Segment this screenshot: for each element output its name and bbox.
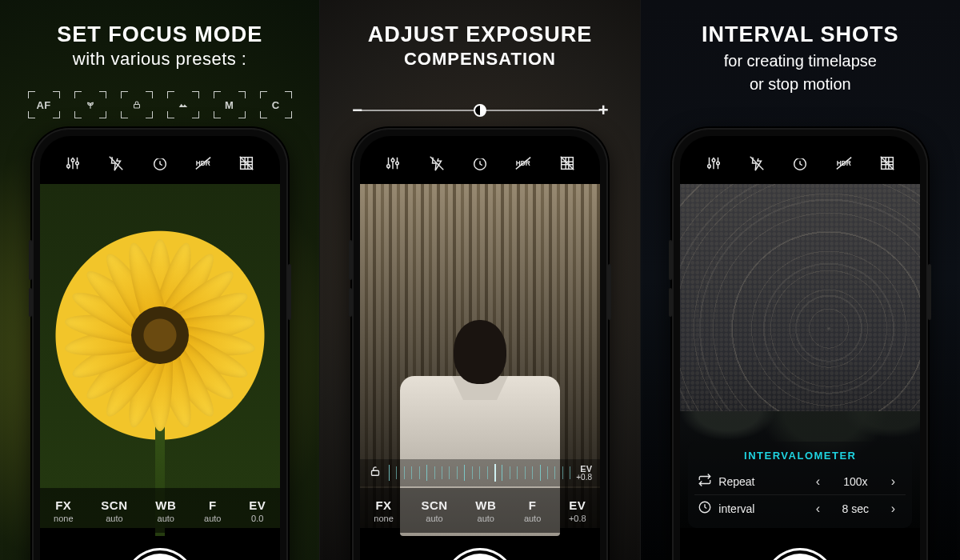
grid-off-icon[interactable] (234, 150, 259, 176)
param-f[interactable]: Fauto (524, 498, 541, 523)
param-fx[interactable]: FXnone (54, 498, 73, 523)
viewfinder[interactable] (40, 184, 280, 528)
chevron-left-icon[interactable]: ‹ (808, 474, 827, 489)
phone-screen: HDR FXnone SCNauto WBauto Fauto EV0.0 (40, 136, 280, 560)
ev-strip[interactable]: EV +0.8 (360, 459, 600, 486)
row-label: interval (718, 502, 754, 515)
param-ev[interactable]: EV+0.8 (569, 498, 586, 523)
svg-rect-0 (134, 104, 139, 108)
viewfinder-scene-flower (40, 184, 280, 528)
focus-preset-macro-icon[interactable] (76, 93, 105, 117)
panel-heading: INTERVAL SHOTS for creating timelapse or… (641, 22, 960, 94)
shutter-bar: 0 (40, 536, 280, 560)
subhead-line1: for creating timelapse (641, 52, 960, 70)
intervalometer-row-interval: interval ‹ 8 sec › (694, 494, 906, 522)
panel-heading: ADJUST EXPOSURE COMPENSATION (320, 22, 639, 70)
param-f[interactable]: Fauto (204, 498, 221, 523)
phone-notch (424, 136, 536, 158)
repeat-icon (698, 473, 712, 490)
grid-off-icon[interactable] (874, 150, 900, 176)
ev-label: EV +0.8 (576, 465, 592, 482)
shutter-bar: 0 (680, 536, 920, 560)
panel-heading: SET FOCUS MODE with various presets : (0, 22, 319, 70)
focus-preset-row: AF M C (0, 93, 319, 117)
camera-params-row: FXnone SCNauto WBauto Fauto EV+0.8 (360, 488, 600, 533)
shutter-button[interactable] (450, 554, 510, 560)
shutter-button[interactable] (130, 554, 190, 560)
phone-frame: HDR INTERVALOMETER Repeat ‹ (672, 128, 928, 560)
headline: SET FOCUS MODE (0, 22, 319, 47)
sliders-icon[interactable] (380, 150, 406, 176)
focus-preset-af-icon[interactable]: AF (30, 93, 58, 117)
phone-notch (104, 136, 216, 158)
intervalometer-panel: INTERVALOMETER Repeat ‹ 100x › int (688, 442, 912, 528)
unlock-icon[interactable] (368, 464, 382, 482)
grid-off-icon[interactable] (554, 150, 580, 176)
exposure-slider[interactable]: − + (352, 102, 607, 118)
chevron-left-icon[interactable]: ‹ (808, 502, 827, 516)
sliders-icon[interactable] (701, 150, 726, 176)
camera-params-row: FXnone SCNauto WBauto Fauto EV0.0 (40, 488, 280, 533)
subhead: with various presets : (0, 49, 319, 70)
row-value: 8 sec (827, 502, 883, 515)
ev-tick-scale[interactable] (389, 464, 570, 482)
intervalometer-title: INTERVALOMETER (694, 450, 906, 462)
row-value: 100x (827, 475, 883, 488)
focus-preset-manual-icon[interactable]: M (215, 93, 244, 117)
chevron-right-icon[interactable]: › (883, 502, 902, 516)
chevron-right-icon[interactable]: › (883, 474, 902, 489)
shutter-bar: 0 (360, 536, 600, 560)
subhead-line2: or stop motion (641, 75, 960, 94)
headline: INTERVAL SHOTS (641, 22, 960, 47)
clock-icon (698, 500, 712, 517)
phone-screen: HDR INTERVALOMETER Repeat ‹ (680, 136, 920, 560)
feature-panel-focus: SET FOCUS MODE with various presets : AF… (0, 0, 319, 560)
phone-frame: HDR EV (352, 128, 608, 560)
intervalometer-row-repeat: Repeat ‹ 100x › (694, 468, 906, 494)
headline: ADJUST EXPOSURE (320, 22, 639, 47)
phone-frame: HDR FXnone SCNauto WBauto Fauto EV0.0 (32, 128, 288, 560)
focus-preset-lock-icon[interactable] (122, 93, 151, 117)
svg-rect-9 (371, 470, 378, 475)
row-label: Repeat (718, 475, 754, 488)
focus-preset-continuous-icon[interactable]: C (262, 93, 290, 117)
shutter-button[interactable] (770, 554, 830, 560)
subhead: COMPENSATION (320, 49, 639, 70)
feature-panel-interval: INTERVAL SHOTS for creating timelapse or… (640, 0, 960, 560)
phone-notch (744, 136, 856, 158)
feature-panel-exposure: ADJUST EXPOSURE COMPENSATION − + HDR (319, 0, 639, 560)
param-wb[interactable]: WBauto (475, 498, 496, 523)
param-ev[interactable]: EV0.0 (249, 498, 266, 523)
param-fx[interactable]: FXnone (374, 498, 393, 523)
slider-track[interactable] (368, 110, 591, 111)
param-wb[interactable]: WBauto (155, 498, 176, 523)
focus-preset-landscape-icon[interactable] (169, 93, 198, 117)
param-scn[interactable]: SCNauto (101, 498, 127, 523)
param-scn[interactable]: SCNauto (421, 498, 447, 523)
phone-screen: HDR EV (360, 136, 600, 560)
slider-knob[interactable] (474, 104, 486, 117)
sliders-icon[interactable] (60, 150, 86, 176)
